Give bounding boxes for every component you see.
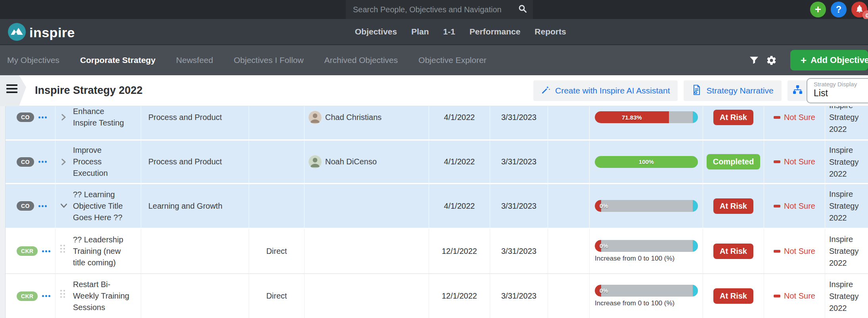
start-date: 4/1/2022: [444, 202, 475, 211]
drag-handle-icon[interactable]: [60, 245, 65, 253]
objective-type-badge: CO: [17, 112, 34, 122]
inspire-logo[interactable]: inspire: [8, 23, 75, 42]
alignment-label: Direct: [266, 247, 287, 256]
nav-1-1[interactable]: 1-1: [443, 27, 455, 36]
row-menu-button[interactable]: [42, 250, 50, 252]
search-icon[interactable]: [518, 4, 527, 15]
row-menu-button[interactable]: [42, 295, 50, 297]
app-window: Search People, Objectives and Navigation…: [0, 0, 868, 318]
objective-title[interactable]: Enhance Inspire Testing: [73, 106, 129, 129]
magic-wand-icon: [541, 85, 551, 97]
status-badge[interactable]: At Risk: [713, 110, 753, 125]
collapsed-sidebar-rail[interactable]: [0, 106, 6, 318]
confidence-label[interactable]: Not Sure: [784, 202, 815, 211]
strategy-narrative-label: Strategy Narrative: [706, 86, 773, 95]
end-date: 3/31/2023: [501, 247, 537, 256]
strategy-title-bar: Inspire Strategy 2022 Create with Inspir…: [0, 75, 868, 106]
objective-title[interactable]: ?? Learning Objective Title Goes Here ??: [73, 189, 129, 223]
end-date: 3/31/2023: [501, 202, 537, 211]
help-button[interactable]: ?: [831, 2, 847, 17]
confidence-minus-icon: [774, 295, 780, 297]
progress-value: 100%: [639, 158, 654, 165]
strategy-label: Inspire Strategy 2022: [829, 278, 868, 314]
gear-icon[interactable]: [763, 55, 780, 66]
row-menu-button[interactable]: [38, 205, 47, 207]
strategy-label: Inspire Strategy 2022: [829, 106, 868, 135]
progress-bar[interactable]: 0%: [595, 240, 698, 252]
start-date: 12/1/2022: [442, 247, 477, 256]
tab-objective-explorer[interactable]: Objective Explorer: [418, 55, 487, 65]
row-menu-button[interactable]: [38, 161, 47, 163]
nav-reports[interactable]: Reports: [535, 27, 566, 36]
main-nav-bar: inspire Objectives Plan 1-1 Performance …: [0, 19, 868, 45]
progress-bar[interactable]: 71.83%: [595, 111, 698, 123]
progress-bar[interactable]: 0%: [595, 200, 698, 212]
row-menu-button[interactable]: [38, 116, 47, 118]
search-placeholder: Search People, Objectives and Navigation: [353, 5, 518, 14]
plus-icon: +: [815, 4, 821, 16]
status-badge[interactable]: At Risk: [713, 198, 753, 214]
confidence-label[interactable]: Not Sure: [784, 291, 815, 301]
strategy-narrative-button[interactable]: Strategy Narrative: [684, 80, 781, 101]
filter-icon[interactable]: [745, 55, 763, 65]
end-date: 3/31/2023: [501, 113, 537, 122]
tab-objectives-i-follow[interactable]: Objectives I Follow: [234, 55, 303, 65]
drag-handle-icon[interactable]: [60, 290, 65, 298]
objective-title[interactable]: Improve Process Execution: [73, 145, 129, 179]
strategy-display-select[interactable]: Strategy Display List: [807, 78, 868, 103]
notification-count-badge: 0: [862, 10, 868, 20]
notifications-button[interactable]: 0: [851, 2, 867, 17]
progress-bar[interactable]: 100%: [595, 156, 698, 168]
confidence-label[interactable]: Not Sure: [784, 113, 815, 122]
progress-bar[interactable]: 0%: [595, 285, 698, 297]
objective-title[interactable]: Restart Bi-Weekly Training Sessions: [73, 279, 129, 313]
document-icon: [692, 84, 702, 97]
status-badge[interactable]: Completed: [707, 154, 760, 169]
metric-description: Increase from 0 to 100 (%): [595, 299, 674, 307]
progress-target-cap: [693, 240, 698, 252]
nav-plan[interactable]: Plan: [411, 27, 429, 36]
progress-fill: 71.83%: [595, 111, 669, 123]
strategy-label: Inspire Strategy 2022: [829, 188, 868, 224]
strategy-display-value: List: [814, 88, 868, 99]
tab-newsfeed[interactable]: Newsfeed: [176, 55, 213, 65]
start-date: 4/1/2022: [444, 157, 475, 166]
tab-archived-objectives[interactable]: Archived Objectives: [324, 55, 398, 65]
objective-type-badge: CO: [17, 201, 34, 211]
topbar-actions: + ? 0: [810, 2, 867, 17]
chevron-right-icon[interactable]: [59, 113, 67, 122]
tab-my-objectives[interactable]: My Objectives: [7, 55, 59, 65]
confidence-label[interactable]: Not Sure: [784, 247, 815, 256]
owner-name[interactable]: Noah DiCenso: [325, 157, 377, 166]
start-date: 4/1/2022: [444, 113, 475, 122]
nav-objectives[interactable]: Objectives: [355, 27, 397, 36]
main-nav: Objectives Plan 1-1 Performance Reports: [355, 19, 566, 44]
owner-avatar[interactable]: [308, 111, 322, 124]
hamburger-menu-icon[interactable]: [6, 84, 17, 93]
owner-name[interactable]: Chad Christians: [325, 113, 381, 122]
category-label: Learning and Growth: [148, 200, 222, 212]
ai-assistant-button[interactable]: Create with Inspire AI Assistant: [533, 80, 678, 101]
chevron-right-icon[interactable]: [59, 158, 67, 166]
owner-avatar[interactable]: [308, 155, 322, 168]
status-badge[interactable]: At Risk: [713, 244, 753, 259]
nav-performance[interactable]: Performance: [469, 27, 520, 36]
confidence-label[interactable]: Not Sure: [784, 157, 815, 166]
confidence-minus-icon: [774, 205, 780, 208]
tree-view-button[interactable]: [788, 80, 808, 101]
chevron-down-icon[interactable]: [59, 202, 68, 209]
logo-text: inspire: [29, 25, 75, 40]
progress-target-cap: [693, 285, 698, 297]
tab-corporate-strategy[interactable]: Corporate Strategy: [80, 55, 155, 65]
confidence-minus-icon: [774, 160, 780, 163]
end-date: 3/31/2023: [501, 157, 537, 166]
objective-title[interactable]: ?? Leadership Training (new title coming…: [73, 234, 129, 268]
add-objective-button[interactable]: + Add Objective: [790, 50, 868, 70]
global-search-input[interactable]: Search People, Objectives and Navigation: [346, 0, 533, 19]
status-badge[interactable]: At Risk: [713, 288, 753, 304]
progress-target-cap: [693, 200, 698, 212]
quick-add-button[interactable]: +: [810, 2, 826, 17]
org-tree-icon: [792, 84, 803, 97]
strategy-label: Inspire Strategy 2022: [829, 233, 868, 269]
end-date: 3/31/2023: [501, 291, 537, 301]
